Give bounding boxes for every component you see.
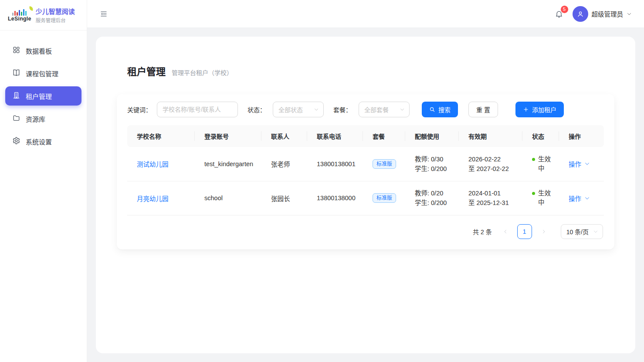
page-subtitle: 管理平台租户（学校） xyxy=(172,68,233,77)
reset-button[interactable]: 重 置 xyxy=(468,102,498,117)
package-label: 套餐： xyxy=(333,105,352,114)
page-card: 租户管理 管理平台租户（学校） 关键词： 状态： 全部状态 套餐： 全部套餐 xyxy=(96,37,635,353)
content-area: 租户管理 管理平台租户（学校） 关键词： 状态： 全部状态 套餐： 全部套餐 xyxy=(87,28,644,362)
action-label: 操作 xyxy=(569,194,581,203)
status-badge: 生效中 xyxy=(538,155,556,173)
logo-wordmark: LeSingle xyxy=(8,16,31,22)
sidebar-item-label: 数据看板 xyxy=(26,46,52,55)
package-badge: 标准版 xyxy=(373,159,396,169)
keyword-input[interactable] xyxy=(157,102,238,117)
pagination: 共 2 条 1 10 条/页 xyxy=(127,215,604,242)
add-tenant-button-label: 添加租户 xyxy=(532,105,556,114)
reset-button-label: 重 置 xyxy=(476,105,490,114)
status-label: 状态： xyxy=(247,105,266,114)
pagination-prev-icon[interactable] xyxy=(500,226,511,237)
col-validity: 有效期 xyxy=(459,125,522,147)
status-badge: 生效中 xyxy=(538,189,556,207)
sidebar-item-tenants[interactable]: 租户管理 xyxy=(5,86,81,106)
pagination-next-icon[interactable] xyxy=(538,226,549,237)
quota-cell: 教师: 0/30 学生: 0/200 xyxy=(405,147,459,181)
dashboard-icon xyxy=(12,46,20,55)
contact-cell: 张老师 xyxy=(261,147,307,181)
valid-to: 至 2025-12-31 xyxy=(468,198,519,208)
account-cell: test_kindergarten xyxy=(195,147,261,181)
col-contact: 联系人 xyxy=(261,125,307,147)
username: 超级管理员 xyxy=(592,9,624,18)
package-select-value: 全部套餐 xyxy=(364,105,389,114)
phone-cell: 13800138000 xyxy=(307,181,363,215)
folder-icon xyxy=(12,114,20,123)
chevron-down-icon xyxy=(400,107,405,112)
plus-icon xyxy=(523,106,529,113)
status-dot-green xyxy=(532,192,535,195)
brand: LeSingle 少儿智慧阅读 服务管理后台 xyxy=(0,0,87,31)
search-button-label: 搜索 xyxy=(438,105,451,114)
col-quota: 配额使用 xyxy=(405,125,459,147)
notification-bell-icon[interactable]: 5 xyxy=(553,8,565,20)
school-link[interactable]: 月亮幼儿园 xyxy=(137,195,169,202)
search-icon xyxy=(429,106,435,113)
sidebar-item-dashboard[interactable]: 数据看板 xyxy=(5,41,81,60)
row-action-dropdown[interactable]: 操作 xyxy=(569,194,590,203)
sidebar-item-label: 资源库 xyxy=(26,114,45,123)
tenant-panel: 关键词： 状态： 全部状态 套餐： 全部套餐 搜索 xyxy=(117,94,614,249)
status-cell: 生效中 xyxy=(522,181,559,215)
quota-cell: 教师: 0/20 学生: 0/200 xyxy=(405,181,459,215)
add-tenant-button[interactable]: 添加租户 xyxy=(515,102,564,117)
sidebar-item-course-packages[interactable]: 课程包管理 xyxy=(5,64,81,83)
table-row: 测试幼儿园 test_kindergarten 张老师 13800138001 … xyxy=(127,147,604,181)
col-phone: 联系电话 xyxy=(307,125,363,147)
sidebar-menu: 数据看板 课程包管理 租户管理 资源库 系统设置 xyxy=(0,31,87,151)
quota-teacher: 教师: 0/30 xyxy=(415,154,455,164)
keyword-label: 关键词： xyxy=(127,105,152,114)
action-label: 操作 xyxy=(569,159,581,168)
pagination-page-1[interactable]: 1 xyxy=(517,224,532,239)
phone-cell: 13800138001 xyxy=(307,147,363,181)
sidebar-item-settings[interactable]: 系统设置 xyxy=(5,132,81,151)
avatar xyxy=(573,6,588,22)
chevron-down-icon xyxy=(627,11,632,17)
valid-from: 2026-02-22 xyxy=(468,154,519,164)
page-title: 租户管理 xyxy=(127,64,166,78)
validity-cell: 2024-01-01 至 2025-12-31 xyxy=(459,181,522,215)
gear-icon xyxy=(12,137,20,146)
valid-to: 至 2027-02-22 xyxy=(468,164,519,174)
row-action-dropdown[interactable]: 操作 xyxy=(569,159,590,168)
quota-student: 学生: 0/200 xyxy=(415,198,455,208)
status-dot-green xyxy=(532,158,535,161)
tenant-table: 学校名称 登录账号 联系人 联系电话 套餐 配额使用 有效期 状态 操作 xyxy=(127,125,604,215)
package-badge: 标准版 xyxy=(373,193,396,203)
book-icon xyxy=(12,68,20,78)
page-size-value: 10 条/页 xyxy=(566,227,589,236)
quota-teacher: 教师: 0/20 xyxy=(415,188,455,198)
notification-count-badge: 5 xyxy=(560,5,569,14)
user-menu[interactable]: 超级管理员 xyxy=(573,6,632,22)
sidebar-collapse-icon[interactable] xyxy=(98,8,110,20)
pagination-total: 共 2 条 xyxy=(473,227,492,236)
valid-from: 2024-01-01 xyxy=(468,188,519,198)
sidebar: LeSingle 少儿智慧阅读 服务管理后台 数据看板 课程包管理 租户管理 xyxy=(0,0,87,362)
col-account: 登录账号 xyxy=(195,125,261,147)
sidebar-item-label: 租户管理 xyxy=(26,92,52,101)
package-select[interactable]: 全部套餐 xyxy=(359,102,410,117)
col-action: 操作 xyxy=(559,125,604,147)
brand-subtitle: 服务管理后台 xyxy=(36,17,75,24)
table-header-row: 学校名称 登录账号 联系人 联系电话 套餐 配额使用 有效期 状态 操作 xyxy=(127,125,604,147)
status-select-value: 全部状态 xyxy=(278,105,303,114)
chevron-down-icon xyxy=(593,229,598,234)
account-cell: school xyxy=(195,181,261,215)
sidebar-item-resources[interactable]: 资源库 xyxy=(5,109,81,128)
search-button[interactable]: 搜索 xyxy=(422,102,458,117)
status-select[interactable]: 全部状态 xyxy=(273,102,324,117)
brand-title: 少儿智慧阅读 xyxy=(36,7,75,16)
col-school: 学校名称 xyxy=(127,125,195,147)
school-link[interactable]: 测试幼儿园 xyxy=(137,161,169,168)
sidebar-item-label: 系统设置 xyxy=(26,137,52,146)
page-size-select[interactable]: 10 条/页 xyxy=(561,224,603,239)
lesingle-logo-icon: LeSingle xyxy=(8,9,31,22)
validity-cell: 2026-02-22 至 2027-02-22 xyxy=(459,147,522,181)
col-package: 套餐 xyxy=(363,125,405,147)
contact-cell: 张园长 xyxy=(261,181,307,215)
status-cell: 生效中 xyxy=(522,147,559,181)
filter-bar: 关键词： 状态： 全部状态 套餐： 全部套餐 搜索 xyxy=(127,102,604,117)
